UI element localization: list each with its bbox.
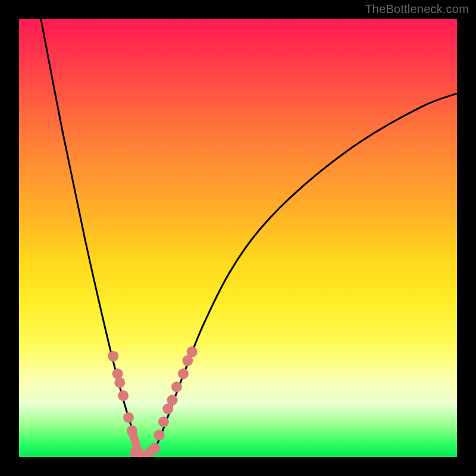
chart-plot-area: [19, 19, 457, 457]
highlight-dot: [114, 377, 125, 388]
highlight-dot: [158, 416, 169, 427]
highlight-dot: [123, 412, 134, 423]
curve-layer: [41, 19, 457, 457]
highlight-dot: [178, 368, 189, 379]
right-branch-curve: [151, 93, 457, 457]
highlight-dot: [167, 394, 178, 405]
chart-svg: [19, 19, 457, 457]
highlight-dot: [108, 351, 118, 362]
highlight-dot: [118, 390, 129, 401]
watermark-text: TheBottleneck.com: [365, 2, 469, 16]
highlight-dot: [154, 430, 165, 440]
highlight-dot: [171, 381, 182, 392]
left-branch-curve: [41, 19, 142, 457]
chart-frame: TheBottleneck.com: [0, 0, 476, 476]
left-branch-dots: [108, 351, 137, 436]
highlight-dot: [127, 425, 137, 436]
highlight-dot: [187, 346, 198, 357]
right-branch-dots: [149, 346, 198, 453]
